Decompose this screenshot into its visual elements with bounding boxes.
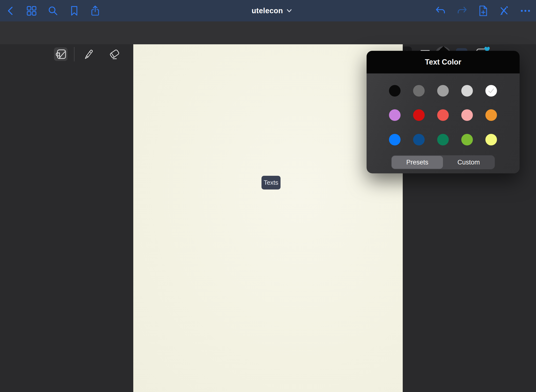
popover-arrow bbox=[438, 46, 449, 51]
undo-icon bbox=[435, 6, 446, 15]
top-navigation-bar: utelecon bbox=[0, 0, 536, 21]
tab-presets-label: Presets bbox=[406, 159, 429, 166]
bookmark-icon bbox=[70, 6, 79, 16]
add-page-button[interactable] bbox=[478, 5, 488, 17]
tab-custom[interactable]: Custom bbox=[443, 156, 494, 169]
presets-custom-segmented-control: Presets Custom bbox=[391, 155, 495, 169]
text-color-popover: Text Color Presets Custom bbox=[367, 51, 520, 173]
pen-slash-icon bbox=[499, 6, 509, 16]
color-swatch-navy[interactable] bbox=[413, 134, 425, 145]
color-swatch-light-gray[interactable] bbox=[461, 85, 473, 97]
color-swatch-white[interactable] bbox=[485, 85, 497, 97]
thumbnails-button[interactable] bbox=[27, 6, 37, 16]
share-icon bbox=[90, 5, 100, 16]
tool-bar: T HiraginoSa bbox=[0, 21, 536, 44]
toolbar-divider bbox=[74, 47, 74, 61]
swatch-row bbox=[389, 109, 497, 121]
selected-text-object[interactable]: Texts bbox=[261, 176, 281, 189]
tab-presets[interactable]: Presets bbox=[392, 156, 443, 169]
document-title-button[interactable]: utelecon bbox=[252, 7, 292, 15]
color-swatch-orchid[interactable] bbox=[389, 109, 401, 121]
pen-tool-button[interactable] bbox=[82, 48, 94, 60]
color-swatch-red[interactable] bbox=[413, 109, 425, 121]
stop-editing-button[interactable] bbox=[499, 6, 509, 16]
eraser-tool-button[interactable] bbox=[108, 48, 121, 60]
color-swatch-gray[interactable] bbox=[437, 85, 449, 97]
color-swatch-yellow[interactable] bbox=[485, 134, 497, 145]
color-swatch-coral[interactable] bbox=[437, 109, 449, 121]
popover-title: Text Color bbox=[425, 58, 461, 66]
popover-header: Text Color bbox=[367, 51, 520, 73]
color-swatch-dark-gray[interactable] bbox=[413, 85, 425, 97]
writing-aid-icon bbox=[54, 47, 67, 61]
notebook-page[interactable] bbox=[133, 44, 403, 392]
color-swatch-orange[interactable] bbox=[485, 109, 497, 121]
swatch-row bbox=[389, 134, 497, 145]
document-title: utelecon bbox=[252, 7, 283, 15]
redo-icon bbox=[457, 6, 467, 15]
app-window: utelecon bbox=[0, 0, 536, 392]
back-button[interactable] bbox=[6, 6, 14, 16]
more-options-button[interactable] bbox=[520, 9, 531, 13]
tab-custom-label: Custom bbox=[457, 159, 480, 166]
search-icon bbox=[48, 6, 58, 16]
swatch-row bbox=[389, 85, 497, 97]
search-button[interactable] bbox=[48, 6, 58, 16]
checkmark-icon bbox=[488, 88, 495, 94]
writing-aid-button[interactable] bbox=[54, 47, 67, 61]
color-swatch-blue[interactable] bbox=[389, 134, 401, 145]
ellipsis-icon bbox=[520, 9, 531, 13]
color-swatch-green[interactable] bbox=[437, 134, 449, 145]
back-chevron-icon bbox=[6, 6, 14, 16]
redo-button[interactable] bbox=[457, 6, 467, 15]
color-swatch-black[interactable] bbox=[389, 85, 401, 97]
bookmark-button[interactable] bbox=[70, 6, 79, 16]
undo-button[interactable] bbox=[435, 6, 446, 15]
color-swatch-lime[interactable] bbox=[461, 134, 473, 145]
share-button[interactable] bbox=[90, 5, 100, 16]
eraser-icon bbox=[108, 48, 121, 60]
text-object-label: Texts bbox=[264, 179, 278, 186]
pen-icon bbox=[82, 48, 94, 60]
color-swatch-pink[interactable] bbox=[461, 109, 473, 121]
chevron-down-icon bbox=[286, 9, 292, 13]
add-page-icon bbox=[478, 5, 488, 17]
grid-icon bbox=[27, 6, 37, 16]
